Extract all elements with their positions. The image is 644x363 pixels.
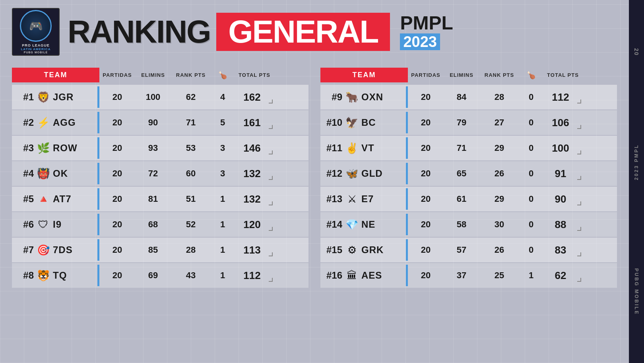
total-cell: 146 bbox=[235, 141, 274, 156]
team-cell: #16🏛AES bbox=[320, 267, 408, 283]
pmpl-area: PMPL 2023 bbox=[400, 14, 453, 50]
team-name: ROW bbox=[53, 142, 78, 154]
rankpts-cell: 28 bbox=[479, 90, 519, 104]
partidas-cell: 20 bbox=[408, 192, 444, 206]
team-logo: 🌿 bbox=[35, 140, 51, 156]
rankpts-cell: 43 bbox=[171, 269, 211, 282]
rankpts-cell: 29 bbox=[479, 141, 519, 155]
elimins-cell: 85 bbox=[135, 243, 171, 257]
elimins-cell: 61 bbox=[444, 192, 479, 206]
col-rankpts-right: RANK PTS bbox=[479, 70, 519, 80]
rankpts-cell: 60 bbox=[171, 167, 211, 180]
table-row: #8🐯TQ2069431112 bbox=[12, 263, 308, 288]
partidas-cell: 20 bbox=[408, 90, 444, 104]
title-area: RANKING GENERAL PMPL 2023 bbox=[68, 13, 617, 51]
rank-number: #15 bbox=[320, 244, 342, 256]
elimins-cell: 69 bbox=[135, 269, 171, 282]
general-box: GENERAL bbox=[216, 13, 390, 51]
side-pmpl: 2023 PMPL bbox=[634, 144, 639, 180]
team-logo: ✌ bbox=[344, 140, 360, 156]
total-cell: 90 bbox=[543, 191, 583, 207]
partidas-cell: 20 bbox=[99, 116, 135, 129]
elimins-cell: 71 bbox=[444, 141, 479, 155]
team-name: AT7 bbox=[53, 193, 72, 205]
rankpts-cell: 51 bbox=[171, 192, 211, 206]
team-cell: #12🦋GLD bbox=[320, 166, 408, 182]
rank-number: #6 bbox=[12, 219, 34, 230]
total-cell: 132 bbox=[235, 166, 274, 182]
team-cell: #2⚡AGG bbox=[12, 115, 99, 131]
col-chicken-left: 🍗 bbox=[211, 69, 235, 81]
total-cell: 161 bbox=[235, 115, 274, 131]
table-row: #16🏛AES203725162 bbox=[320, 263, 617, 288]
elimins-cell: 90 bbox=[135, 116, 171, 129]
table-row: #5🔺AT72081511132 bbox=[12, 187, 308, 211]
rank-number: #16 bbox=[320, 270, 342, 281]
chicken-cell: 0 bbox=[519, 192, 543, 206]
partidas-cell: 20 bbox=[99, 192, 135, 206]
team-name: JGR bbox=[53, 92, 74, 103]
table-row: #9🐂OXN2084280112 bbox=[320, 85, 617, 109]
elimins-cell: 72 bbox=[135, 167, 171, 180]
rank-number: #2 bbox=[12, 117, 34, 128]
elimins-cell: 68 bbox=[135, 218, 171, 231]
rankpts-cell: 62 bbox=[171, 90, 211, 104]
right-col-headers: TEAM PARTIDAS ELIMINS RANK PTS 🍗 TOTAL P… bbox=[320, 68, 617, 82]
rank-number: #5 bbox=[12, 193, 34, 205]
rank-number: #7 bbox=[12, 244, 34, 256]
total-cell: 100 bbox=[543, 141, 583, 156]
team-logo: 🐂 bbox=[344, 89, 360, 105]
team-logo: ⚙ bbox=[344, 242, 360, 258]
total-cell: 91 bbox=[543, 166, 583, 182]
team-logo: ⚔ bbox=[344, 191, 360, 207]
header: PRO LEAGUE LATIN AMERICA PUBG MOBILE RAN… bbox=[12, 8, 617, 56]
table-row: #1🦁JGR20100624162 bbox=[12, 85, 308, 109]
tables-container: TEAM PARTIDAS ELIMINS RANK PTS 🍗 TOTAL P… bbox=[12, 68, 617, 289]
total-cell: 132 bbox=[235, 191, 274, 207]
left-table: TEAM PARTIDAS ELIMINS RANK PTS 🍗 TOTAL P… bbox=[12, 68, 308, 289]
logo-box: PRO LEAGUE LATIN AMERICA PUBG MOBILE bbox=[12, 8, 60, 56]
chicken-cell: 3 bbox=[211, 167, 235, 180]
elimins-cell: 57 bbox=[444, 243, 479, 257]
side-20: 20 bbox=[633, 48, 640, 56]
team-cell: #7🎯7DS bbox=[12, 242, 99, 258]
team-logo: 💎 bbox=[344, 217, 360, 232]
partidas-cell: 20 bbox=[408, 116, 444, 129]
chicken-cell: 0 bbox=[519, 141, 543, 155]
elimins-cell: 84 bbox=[444, 90, 479, 104]
team-name: OK bbox=[53, 168, 68, 179]
partidas-cell: 20 bbox=[99, 269, 135, 282]
team-name: I9 bbox=[53, 219, 62, 230]
rank-number: #11 bbox=[320, 142, 342, 154]
rank-number: #12 bbox=[320, 168, 342, 179]
rankpts-cell: 28 bbox=[171, 243, 211, 257]
rank-number: #13 bbox=[320, 193, 342, 205]
team-name: VT bbox=[361, 142, 374, 154]
team-logo: 👹 bbox=[35, 166, 51, 182]
partidas-cell: 20 bbox=[408, 269, 444, 282]
rank-number: #4 bbox=[12, 168, 34, 179]
team-cell: #3🌿ROW bbox=[12, 140, 99, 156]
total-cell: 112 bbox=[235, 268, 274, 283]
left-rows: #1🦁JGR20100624162#2⚡AGG2090715161#3🌿ROW2… bbox=[12, 85, 308, 288]
team-cell: #10🦅BC bbox=[320, 115, 408, 131]
team-logo: 🏛 bbox=[344, 267, 360, 283]
rankpts-cell: 71 bbox=[171, 116, 211, 129]
table-row: #6🛡I92068521120 bbox=[12, 212, 308, 237]
col-chicken-right: 🍗 bbox=[519, 69, 543, 81]
team-name: AGG bbox=[53, 117, 76, 128]
total-cell: 88 bbox=[543, 217, 583, 232]
total-cell: 112 bbox=[543, 90, 583, 105]
table-row: #3🌿ROW2093533146 bbox=[12, 136, 308, 160]
elimins-cell: 58 bbox=[444, 218, 479, 231]
rank-number: #1 bbox=[12, 92, 34, 103]
team-name: AES bbox=[361, 270, 382, 281]
elimins-cell: 65 bbox=[444, 167, 479, 180]
col-partidas-left: PARTIDAS bbox=[99, 70, 135, 80]
partidas-cell: 20 bbox=[99, 141, 135, 155]
table-row: #13⚔E7206129090 bbox=[320, 187, 617, 211]
year-box: 2023 bbox=[400, 33, 440, 50]
team-name: TQ bbox=[53, 270, 67, 281]
elimins-cell: 37 bbox=[444, 269, 479, 282]
chicken-cell: 1 bbox=[519, 269, 543, 282]
